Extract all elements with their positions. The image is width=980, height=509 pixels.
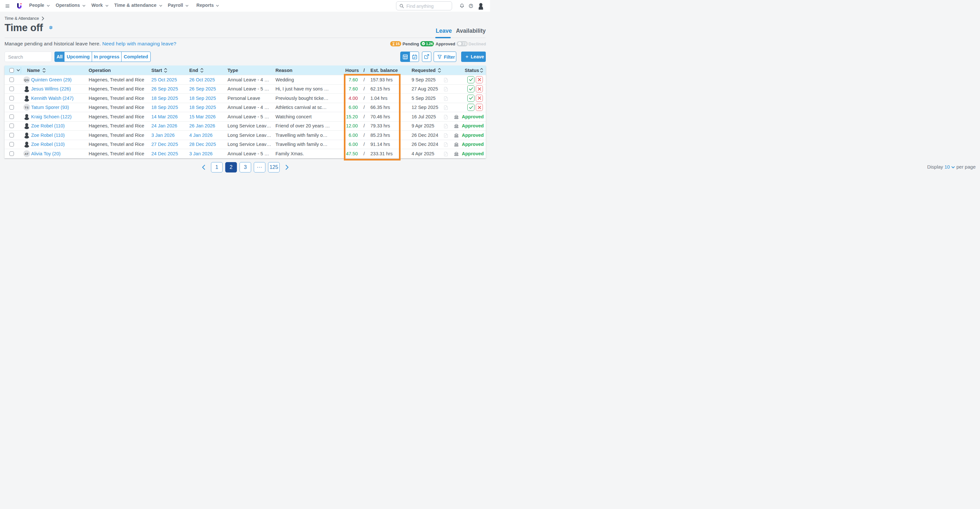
svg-text:?: ? (470, 4, 471, 8)
